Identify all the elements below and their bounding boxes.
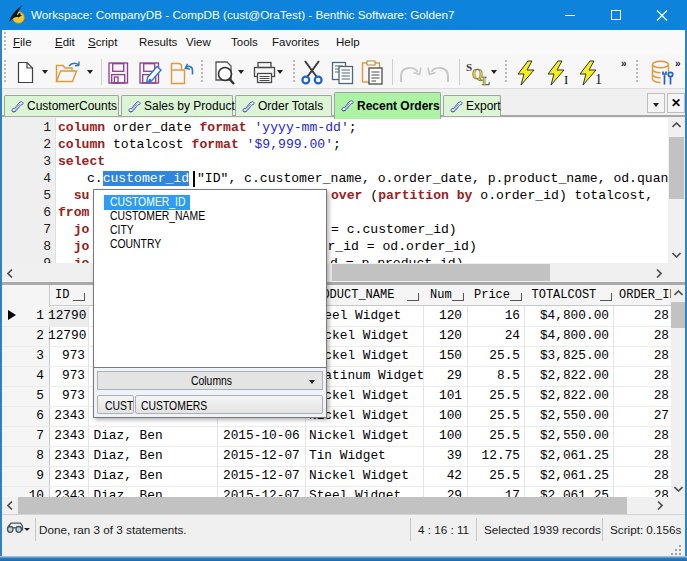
svg-text:L: L	[482, 74, 490, 86]
svg-text:1: 1	[595, 72, 602, 86]
svg-text:I: I	[564, 72, 568, 86]
